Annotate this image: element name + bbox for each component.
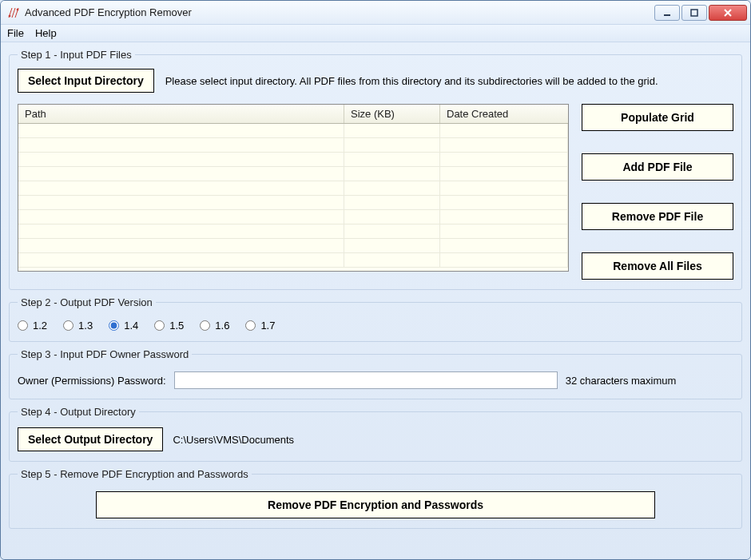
app-icon <box>7 6 20 19</box>
table-row <box>18 210 568 224</box>
window-title: Advanced PDF Encryption Remover <box>25 6 654 18</box>
col-date[interactable]: Date Created <box>440 105 568 123</box>
step3-legend: Step 3 - Input PDF Owner Password <box>18 348 192 360</box>
files-grid[interactable]: Path Size (KB) Date Created <box>18 104 569 272</box>
table-row <box>18 124 568 138</box>
output-directory-path: C:\Users\VMS\Documents <box>173 434 294 446</box>
col-size[interactable]: Size (KB) <box>344 105 440 123</box>
table-row <box>18 224 568 239</box>
pdf-version-option[interactable]: 1.3 <box>63 320 93 332</box>
pdf-version-option[interactable]: 1.7 <box>245 320 275 332</box>
titlebar: Advanced PDF Encryption Remover <box>1 1 750 25</box>
pdf-version-label: 1.3 <box>78 320 93 332</box>
step1-hint: Please select input directory. All PDF f… <box>165 75 658 87</box>
remove-encryption-button[interactable]: Remove PDF Encryption and Passwords <box>96 491 655 518</box>
pdf-version-label: 1.6 <box>215 320 229 332</box>
pdf-version-radio[interactable] <box>109 320 119 331</box>
pdf-version-label: 1.2 <box>33 320 47 332</box>
table-row <box>18 138 568 153</box>
owner-password-note: 32 characters maximum <box>566 375 677 387</box>
maximize-button[interactable] <box>681 5 707 21</box>
add-pdf-file-button[interactable]: Add PDF File <box>582 153 733 181</box>
menu-help[interactable]: Help <box>35 27 57 39</box>
menu-file[interactable]: File <box>7 27 24 39</box>
owner-password-label: Owner (Permissions) Password: <box>18 375 166 387</box>
pdf-version-option[interactable]: 1.2 <box>18 320 47 332</box>
step4-legend: Step 4 - Output Directory <box>18 406 139 418</box>
step4-group: Step 4 - Output Directory Select Output … <box>9 406 742 462</box>
pdf-version-radio[interactable] <box>245 320 256 331</box>
col-path[interactable]: Path <box>18 105 344 123</box>
table-row <box>18 196 568 210</box>
pdf-version-radio[interactable] <box>154 320 165 331</box>
table-row <box>18 239 568 253</box>
step3-group: Step 3 - Input PDF Owner Password Owner … <box>9 348 742 399</box>
owner-password-input[interactable] <box>174 371 558 389</box>
table-row <box>18 253 568 268</box>
pdf-version-radios: 1.21.31.41.51.61.7 <box>18 316 733 332</box>
pdf-version-label: 1.5 <box>169 320 184 332</box>
pdf-version-option[interactable]: 1.6 <box>200 320 229 332</box>
select-input-directory-button[interactable]: Select Input Directory <box>18 69 154 93</box>
step5-group: Step 5 - Remove PDF Encryption and Passw… <box>9 468 742 529</box>
step1-legend: Step 1 - Input PDF Files <box>18 49 135 61</box>
pdf-version-option[interactable]: 1.4 <box>109 320 138 332</box>
table-row <box>18 167 568 181</box>
close-button[interactable] <box>709 5 747 21</box>
step5-legend: Step 5 - Remove PDF Encryption and Passw… <box>18 468 252 480</box>
pdf-version-radio[interactable] <box>63 320 74 331</box>
remove-all-files-button[interactable]: Remove All Files <box>582 252 733 280</box>
grid-header: Path Size (KB) Date Created <box>18 105 568 124</box>
pdf-version-option[interactable]: 1.5 <box>154 320 184 332</box>
step2-legend: Step 2 - Output PDF Version <box>18 296 156 308</box>
table-row <box>18 181 568 196</box>
step1-side-buttons: Populate Grid Add PDF File Remove PDF Fi… <box>582 104 733 280</box>
remove-pdf-file-button[interactable]: Remove PDF File <box>582 203 733 230</box>
pdf-version-radio[interactable] <box>200 320 210 331</box>
grid-body <box>18 124 568 271</box>
client-area: Step 1 - Input PDF Files Select Input Di… <box>1 42 750 559</box>
window-controls <box>654 5 747 21</box>
svg-rect-2 <box>664 14 670 16</box>
app-window: Advanced PDF Encryption Remover File Hel… <box>0 0 751 560</box>
svg-point-1 <box>17 9 18 10</box>
pdf-version-label: 1.7 <box>260 320 275 332</box>
pdf-version-radio[interactable] <box>18 320 28 331</box>
populate-grid-button[interactable]: Populate Grid <box>582 104 733 131</box>
step2-group: Step 2 - Output PDF Version 1.21.31.41.5… <box>9 296 742 342</box>
select-output-directory-button[interactable]: Select Output Directory <box>18 427 163 451</box>
step1-group: Step 1 - Input PDF Files Select Input Di… <box>9 49 742 290</box>
menubar: File Help <box>1 25 750 42</box>
svg-rect-3 <box>691 10 697 16</box>
minimize-button[interactable] <box>654 5 680 21</box>
pdf-version-label: 1.4 <box>124 320 138 332</box>
svg-point-0 <box>9 15 10 17</box>
table-row <box>18 153 568 167</box>
